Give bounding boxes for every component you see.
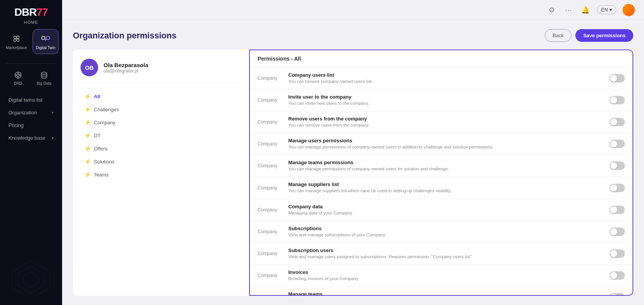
- perm-toggle[interactable]: [610, 293, 625, 295]
- permission-row: Company Manage suppliers list You can ma…: [250, 177, 632, 199]
- perm-category: Company: [258, 119, 284, 125]
- permission-row: Company Subscription users View and mana…: [250, 243, 632, 265]
- perm-toggle[interactable]: [610, 118, 625, 126]
- permission-row: Company Manage teams permissions You can…: [250, 155, 632, 177]
- sidebar-big-data[interactable]: Big Data: [33, 67, 56, 89]
- filter-item-solutions[interactable]: ⚡ Solutions: [80, 156, 241, 167]
- user-avatar: OB: [80, 59, 98, 76]
- perm-desc: You can remove users from the company.: [288, 122, 606, 128]
- user-email: ola@integrator.pl: [104, 68, 148, 74]
- perm-info: Company users list You can browse compan…: [288, 72, 606, 84]
- filter-item-offers[interactable]: ⚡ Offers: [80, 143, 241, 154]
- logo: DBR77: [15, 6, 48, 18]
- svg-point-0: [14, 36, 16, 38]
- filter-item-teams[interactable]: ⚡ Teams: [80, 169, 241, 180]
- perm-desc: You can manage suppliers list which cane…: [288, 188, 606, 194]
- perm-category: Company: [258, 207, 284, 213]
- perm-title: Company users list: [288, 72, 606, 78]
- header-actions: Back Save permissions: [545, 29, 633, 42]
- ellipsis-icon[interactable]: ⋯: [563, 5, 574, 15]
- permission-row: Company Invoices Browsing invoices of yo…: [250, 265, 632, 287]
- perm-desc: View and manage subscriptions of your Co…: [288, 232, 606, 238]
- perm-toggle[interactable]: [610, 271, 625, 280]
- topbar: ⚙ ⋯ 🔔 EN ▾: [62, 0, 644, 20]
- sidebar-divider: [6, 63, 56, 64]
- perm-category: Company: [258, 141, 284, 147]
- perm-info: Manage teams You can manage teams in add…: [288, 291, 606, 295]
- permission-row: Company Invite user to the company You c…: [250, 89, 632, 111]
- perm-category: Company: [258, 273, 284, 278]
- perm-toggle[interactable]: [610, 162, 625, 170]
- language-selector[interactable]: EN ▾: [597, 5, 616, 14]
- svg-rect-6: [46, 36, 49, 40]
- permission-row: Company Company data Managing data of yo…: [250, 199, 632, 221]
- filter-all-icon: ⚡: [84, 93, 91, 99]
- save-permissions-button[interactable]: Save permissions: [575, 29, 633, 42]
- perm-title: Remove users from the company: [288, 116, 606, 122]
- perm-desc: Browsing invoices of your Company: [288, 275, 606, 282]
- perm-toggle[interactable]: [610, 74, 625, 82]
- perm-category: Company: [258, 185, 284, 191]
- notification-icon[interactable]: 🔔: [580, 5, 591, 15]
- permissions-header: Permissions - All: [250, 50, 632, 68]
- sidebar-icon-group: Marketplace Digital Twin: [3, 29, 59, 54]
- filter-item-dt[interactable]: ⚡ DT: [80, 130, 241, 141]
- chevron-down-icon-kb: ▾: [52, 136, 54, 140]
- main-content: ⚙ ⋯ 🔔 EN ▾ Organization permissions Back…: [62, 0, 644, 305]
- perm-toggle[interactable]: [610, 96, 625, 104]
- logo-text: DBR77: [15, 6, 48, 18]
- svg-marker-19: [23, 272, 39, 287]
- settings-icon[interactable]: ⚙: [546, 5, 557, 15]
- perm-toggle[interactable]: [610, 228, 625, 236]
- perm-toggle[interactable]: [610, 140, 625, 148]
- sidebar-item-digital-twins-list[interactable]: Digital twins list: [5, 94, 58, 106]
- back-button[interactable]: Back: [545, 29, 572, 42]
- perm-category: Company: [258, 163, 284, 168]
- sidebar-nav: DRD Big Data Digital twins list Organiza…: [0, 67, 62, 144]
- sidebar-item-organization[interactable]: Organization ▾: [5, 107, 58, 119]
- chevron-down-icon: ▾: [52, 110, 54, 115]
- user-card: OB Ola Bezparasola ola@integrator.pl: [80, 59, 241, 84]
- perm-title: Invite user to the company: [288, 94, 606, 100]
- sidebar-marketplace[interactable]: Marketplace: [3, 29, 30, 54]
- perm-desc: Managing data of your Company: [288, 210, 606, 216]
- user-name: Ola Bezparasola: [104, 62, 148, 68]
- perm-title: Invoices: [288, 269, 606, 275]
- perm-info: Invoices Browsing invoices of your Compa…: [288, 269, 606, 282]
- permission-row: Company Company users list You can brows…: [250, 68, 632, 89]
- sidebar-drd[interactable]: DRD: [7, 67, 30, 89]
- sidebar-item-pricing[interactable]: Pricing: [5, 119, 58, 131]
- perm-title: Manage teams: [288, 291, 606, 295]
- permissions-list: Company Company users list You can brows…: [250, 68, 632, 295]
- perm-desc: You can invite new users to the company.: [288, 100, 606, 106]
- permission-row: Company Subscriptions View and manage su…: [250, 221, 632, 243]
- perm-toggle[interactable]: [610, 249, 625, 258]
- perm-toggle[interactable]: [610, 184, 625, 192]
- svg-point-11: [17, 74, 19, 76]
- two-column-layout: OB Ola Bezparasola ola@integrator.pl ⚡ A…: [73, 49, 633, 296]
- left-panel: OB Ola Bezparasola ola@integrator.pl ⚡ A…: [73, 49, 249, 296]
- perm-desc: View and manage users assigned to subscr…: [288, 254, 606, 260]
- filter-item-company[interactable]: ⚡ Company: [80, 117, 241, 128]
- perm-desc: You can manage permissions of company-ow…: [288, 144, 606, 150]
- perm-category: Company: [258, 76, 284, 81]
- perm-info: Manage users permissions You can manage …: [288, 138, 606, 150]
- chevron-down-icon-lang: ▾: [610, 7, 612, 13]
- filter-item-all[interactable]: ⚡ All: [80, 91, 241, 102]
- svg-point-1: [17, 36, 19, 38]
- svg-point-3: [17, 39, 19, 41]
- svg-rect-5: [42, 36, 45, 40]
- sidebar-digital-twin[interactable]: Digital Twin: [33, 29, 59, 54]
- filter-challenges-icon: ⚡: [84, 106, 91, 112]
- svg-point-4: [16, 38, 17, 40]
- filter-dt-icon: ⚡: [84, 132, 91, 138]
- perm-toggle[interactable]: [610, 206, 625, 214]
- perm-info: Remove users from the company You can re…: [288, 116, 606, 128]
- perm-category: Company: [258, 97, 284, 103]
- sidebar-item-knowledge-base[interactable]: Knowledge base ▾: [5, 132, 58, 144]
- user-avatar-topbar[interactable]: [623, 4, 635, 16]
- perm-title: Manage teams permissions: [288, 160, 606, 165]
- perm-info: Subscription users View and manage users…: [288, 247, 606, 260]
- filter-item-challenges[interactable]: ⚡ Challenges: [80, 104, 241, 115]
- perm-info: Manage suppliers list You can manage sup…: [288, 181, 606, 194]
